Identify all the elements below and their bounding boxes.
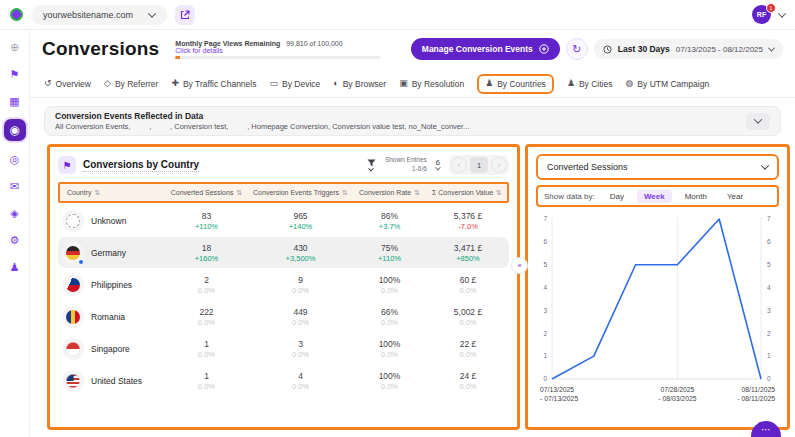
period-options: DayWeekMonthYear [603,190,750,203]
romania-flag-icon [66,310,80,324]
column-label: Country [67,189,92,196]
metric-value: 24 £ [427,371,509,381]
refresh-button[interactable]: ↻ [566,38,588,60]
sort-icon[interactable]: ⇅ [414,189,420,197]
metric-delta: 0.0% [427,350,509,359]
conversions-by-country-panel: ⚑ Conversions by Country Shown Entries 1… [47,144,520,430]
tab-label: By Referrer [115,79,158,89]
manage-conversion-events-button[interactable]: Manage Conversion Events [411,38,560,60]
metric-cell: 86%+3.7% [352,211,427,231]
sort-icon[interactable]: ⇅ [236,189,242,197]
metric-cell: 40.0% [249,371,352,391]
singapore-flag-icon [66,342,80,356]
svg-text:3: 3 [767,307,771,314]
chevron-down-icon[interactable] [778,9,786,17]
country-name: Philippines [91,280,132,290]
metric-delta: 0.0% [249,350,352,359]
page-size-select[interactable]: 6 [436,159,440,171]
metric-delta: 0.0% [249,318,352,327]
site-selector[interactable]: yourwebsitename.com [31,5,167,25]
metric-value: 66% [352,307,427,317]
metric-delta: 0.0% [427,382,509,391]
svg-text:7: 7 [767,215,771,222]
metric-value: 5,376 £ [427,211,509,221]
period-month[interactable]: Month [678,190,714,203]
table-row[interactable]: Germany18+160%430+3,500%75%+110%3,471 £+… [58,237,509,268]
sort-icon[interactable]: ⇅ [496,189,502,197]
metric-cell: 60 £0.0% [427,275,509,295]
metric-value: 222 [164,307,249,317]
chat-icon[interactable]: ✉ [6,177,24,195]
page-views-quota: Monthly Page Views Remaining 99,810 of 1… [175,40,380,59]
metric-value: 2 [164,275,249,285]
metric-delta: 0.0% [164,350,249,359]
column-header-conversion-events-triggers[interactable]: Conversion Events Triggers⇅ [249,189,352,197]
metric-cell: 965+140% [249,211,352,231]
column-header-conversion-rate[interactable]: Conversion Rate⇅ [352,189,427,197]
date-range-value: 07/13/2025 - 08/12/2025 [676,45,763,54]
tab-by-utm-campaign[interactable]: ◍By UTM Campaign [626,79,710,89]
tab-by-traffic-channels[interactable]: ✚By Traffic Channels [171,79,256,89]
table-row[interactable]: Romania2220.0%4490.0%66%0.0%5,002 £0.0% [58,301,509,332]
banner-expand-button[interactable] [746,113,770,130]
metric-value: 965 [249,211,352,221]
overview-icon: ↺ [44,79,52,88]
countries-icon: ♟ [485,79,493,88]
user-pin-icon[interactable]: ♟ [6,258,24,276]
flag-circle [62,242,84,264]
metric-cell: 22 £0.0% [427,339,509,359]
metric-select[interactable]: Converted Sessions [536,154,779,180]
table-row[interactable]: Singapore10.0%30.0%100%0.0%22 £0.0% [58,333,509,364]
svg-text:08/11/2025: 08/11/2025 [741,386,775,393]
conversions-icon[interactable]: ◉ [4,119,26,141]
tab-by-cities[interactable]: ♟By Cities [567,79,613,89]
period-year[interactable]: Year [720,190,750,203]
metric-delta: 0.0% [427,318,509,327]
cities-icon: ♟ [567,79,575,88]
active-country-dot [78,259,84,265]
metric-cell: 10.0% [164,339,249,359]
tab-by-countries[interactable]: ♟By Countries [477,74,554,94]
tab-by-browser[interactable]: ◐By Browser [333,79,386,89]
period-day[interactable]: Day [603,190,631,203]
date-range-picker[interactable]: Last 30 Days 07/13/2025 - 08/12/2025 [594,39,783,59]
panel-collapse-handle[interactable]: « [511,257,528,274]
filter-button[interactable] [367,159,376,172]
quota-details-link[interactable]: Click for details [175,47,380,54]
user-menu[interactable]: RF 1 [752,5,774,25]
tab-overview[interactable]: ↺Overview [44,79,91,89]
tab-label: By Resolution [412,79,464,89]
metric-cell: 3,471 £+850% [427,243,509,263]
tab-by-resolution[interactable]: ▣By Resolution [399,79,464,89]
calendar-icon[interactable]: ▦ [6,92,24,110]
period-week[interactable]: Week [637,190,672,203]
shield-icon[interactable]: ◈ [6,204,24,222]
device-icon: ▭ [269,79,278,88]
browser-icon: ◐ [333,79,338,88]
country-name: Germany [91,248,126,258]
settings-icon[interactable]: ⚙ [6,231,24,249]
goals-icon[interactable]: ⚑ [6,65,24,83]
tab-by-device[interactable]: ▭By Device [269,79,320,89]
sort-icon[interactable]: ⇅ [342,189,348,197]
metric-delta: 0.0% [164,286,249,295]
add-icon[interactable]: ⊕ [6,38,24,56]
chevron-down-icon [435,165,441,171]
tab-by-referrer[interactable]: ◇By Referrer [104,79,158,89]
sidebar: ⊕⚑▦◉◎✉◈⚙♟ [0,30,30,437]
column-header--conversion-value[interactable]: Σ Conversion Value⇅ [427,189,507,197]
table-row[interactable]: Unknown83+110%965+140%86%+3.7%5,376 £-7.… [58,205,509,236]
next-page-button[interactable]: › [491,157,507,173]
metric-cell: 2220.0% [164,307,249,327]
prev-page-button[interactable]: ‹ [451,157,467,173]
column-header-converted-sessions[interactable]: Converted Sessions⇅ [164,189,249,197]
radar-icon[interactable]: ◎ [6,150,24,168]
metric-delta: +3.7% [352,222,427,231]
open-site-button[interactable] [175,5,195,25]
plus-circle-icon [539,44,549,54]
sort-icon[interactable]: ⇅ [95,189,101,197]
table-row[interactable]: United States10.0%40.0%100%0.0%24 £0.0% [58,365,509,396]
country-name: United States [91,376,142,386]
table-row[interactable]: Philippines20.0%90.0%100%0.0%60 £0.0% [58,269,509,300]
column-header-country[interactable]: Country⇅ [60,189,164,197]
